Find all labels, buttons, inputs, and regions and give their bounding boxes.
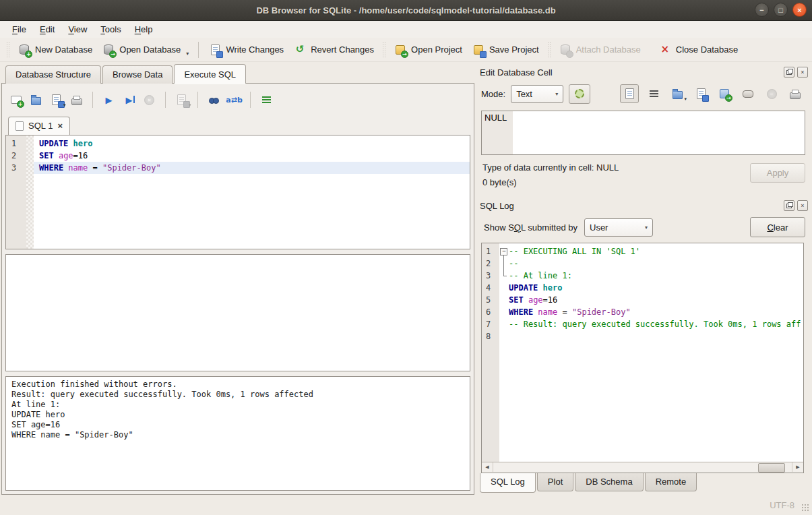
find-replace-button[interactable]: a⇄b	[225, 91, 243, 109]
toolbar-grip	[6, 42, 9, 58]
tab-execute-sql[interactable]: Execute SQL	[174, 64, 246, 84]
close-dock-icon[interactable]: ×	[797, 67, 808, 78]
scroll-right-icon[interactable]: ▶	[792, 462, 803, 472]
print-cell-button[interactable]	[786, 85, 804, 102]
open-project-button[interactable]: →Open Project	[389, 40, 467, 59]
save-project-button[interactable]: Save Project	[467, 40, 544, 59]
open-database-button[interactable]: →Open Database▾	[97, 40, 193, 59]
apply-button[interactable]: Apply	[750, 163, 805, 183]
write-changes-button[interactable]: Write Changes	[204, 40, 288, 59]
statusbar: UTF-8	[0, 495, 812, 515]
apply-format-button[interactable]	[569, 84, 590, 104]
execute-sql-panel: +▾▶▶×▾a⇄b SQL 1 × 123 UPDATE heroSET age…	[1, 84, 474, 495]
dock-tab-sql-log[interactable]: SQL Log	[480, 473, 536, 493]
open-database-icon: →	[102, 43, 115, 57]
export-data-button[interactable]	[692, 85, 710, 102]
scrollbar-thumb[interactable]	[758, 463, 785, 473]
splitter-handle[interactable]	[5, 249, 470, 254]
dock-tab-db-schema[interactable]: DB Schema	[575, 473, 643, 491]
toolbar-button-label: New Database	[35, 44, 92, 55]
sql-log-view[interactable]: 12345678 −-- EXECUTING ALL IN 'SQL 1'---…	[482, 243, 803, 462]
edit-cell-title: Edit Database Cell	[480, 67, 781, 78]
line-number: 4	[482, 282, 499, 294]
right-dock: Edit Database Cell × Mode: Text ▾ ▾→− NU…	[474, 62, 811, 495]
open-sql-tab-icon: +	[9, 93, 23, 107]
sql-log-box: 12345678 −-- EXECUTING ALL IN 'SQL 1'---…	[481, 243, 804, 473]
tab-database-structure[interactable]: Database Structure	[5, 65, 101, 84]
open-external-button[interactable]: →	[716, 85, 733, 102]
fold-spacer	[499, 318, 509, 330]
attach-database-button[interactable]: Attach Database	[554, 40, 646, 59]
sql-editor[interactable]: 123 UPDATE heroSET age=16WHERE name = "S…	[5, 135, 470, 249]
minimize-button[interactable]: −	[755, 3, 769, 17]
message-line: At line 1:	[11, 400, 464, 410]
code-line: SET age=16	[34, 150, 470, 162]
open-sql-tab-button[interactable]: +	[7, 91, 25, 109]
close-dock-icon[interactable]: ×	[797, 200, 808, 211]
import-data-button[interactable]: ▾	[668, 85, 686, 102]
cell-value-editor[interactable]: NULL	[481, 111, 805, 155]
stop-execution-button[interactable]: ×	[140, 91, 158, 109]
results-grid[interactable]	[5, 254, 470, 371]
revert-changes-icon: ↺	[293, 43, 307, 57]
resize-grip[interactable]	[801, 504, 810, 512]
text-view-button[interactable]	[620, 84, 639, 103]
import-data-icon: ▾	[670, 87, 684, 100]
export-data-icon	[694, 87, 708, 100]
menu-edit[interactable]: Edit	[33, 22, 61, 36]
menu-tools[interactable]: Tools	[94, 22, 127, 36]
find-button[interactable]	[205, 91, 223, 109]
menu-file[interactable]: File	[5, 22, 33, 36]
dock-tab-plot[interactable]: Plot	[537, 473, 573, 491]
float-dock-icon[interactable]	[784, 200, 794, 211]
set-null-button[interactable]: −	[763, 85, 780, 102]
execution-messages[interactable]: Execution finished without errors.Result…	[5, 376, 470, 491]
log-line: SET age=16	[499, 294, 803, 306]
float-dock-icon[interactable]	[784, 67, 794, 78]
menu-view[interactable]: View	[61, 22, 94, 36]
execute-all-icon: ▶	[102, 93, 116, 107]
chevron-down-icon[interactable]: ▾	[186, 51, 189, 57]
close-button[interactable]: ×	[792, 3, 807, 17]
app-window: DB Browser for SQLite - /home/user/code/…	[0, 0, 812, 515]
line-number: 7	[482, 318, 499, 330]
execute-all-button[interactable]: ▶	[100, 91, 118, 109]
word-wrap-button[interactable]	[645, 85, 662, 102]
content-area: Database StructureBrowse DataExecute SQL…	[0, 62, 812, 495]
format-sql-button[interactable]	[257, 91, 276, 109]
log-line: UPDATE hero	[499, 282, 803, 294]
execute-current-line-icon: ▶	[123, 93, 136, 107]
print-sql-button[interactable]	[67, 91, 86, 109]
close-database-button[interactable]: ×Close Database	[654, 40, 743, 59]
sql-toolbar: +▾▶▶×▾a⇄b	[5, 85, 470, 115]
horizontal-scrollbar[interactable]: ◀ ▶	[482, 462, 803, 473]
splitter-handle[interactable]	[5, 371, 470, 376]
open-sql-file-button[interactable]	[27, 91, 45, 109]
fold-collapse-icon[interactable]: −	[499, 245, 509, 258]
save-sql-file-icon: ▾	[50, 93, 63, 107]
close-tab-icon[interactable]: ×	[57, 121, 63, 130]
new-database-button[interactable]: +New Database	[13, 40, 97, 59]
set-link-button[interactable]	[739, 85, 757, 102]
tab-browse-data[interactable]: Browse Data	[102, 65, 173, 84]
maximize-button[interactable]: □	[774, 3, 788, 17]
clear-log-button[interactable]: Clear	[750, 217, 805, 237]
save-sql-file-button[interactable]: ▾	[47, 91, 65, 109]
sql-doc-tab[interactable]: SQL 1 ×	[8, 117, 70, 135]
save-results-icon: ▾	[175, 93, 189, 107]
save-results-button[interactable]: ▾	[173, 91, 191, 109]
sql-log-filter-select[interactable]: User ▾	[584, 218, 653, 237]
log-line	[499, 330, 803, 342]
new-database-icon: +	[18, 43, 31, 57]
sql-log-filter-value: User	[590, 222, 608, 233]
dock-tab-remote[interactable]: Remote	[645, 473, 697, 491]
titlebar: DB Browser for SQLite - /home/user/code/…	[0, 0, 812, 21]
menu-help[interactable]: Help	[128, 22, 160, 36]
message-line: Result: query executed successfully. Too…	[11, 390, 464, 400]
scroll-left-icon[interactable]: ◀	[482, 462, 493, 472]
open-project-icon: →	[394, 43, 407, 57]
minimize-icon: −	[759, 6, 763, 14]
revert-changes-button[interactable]: ↺Revert Changes	[288, 40, 379, 59]
cell-mode-select[interactable]: Text ▾	[511, 85, 563, 103]
execute-current-line-button[interactable]: ▶	[120, 91, 138, 109]
